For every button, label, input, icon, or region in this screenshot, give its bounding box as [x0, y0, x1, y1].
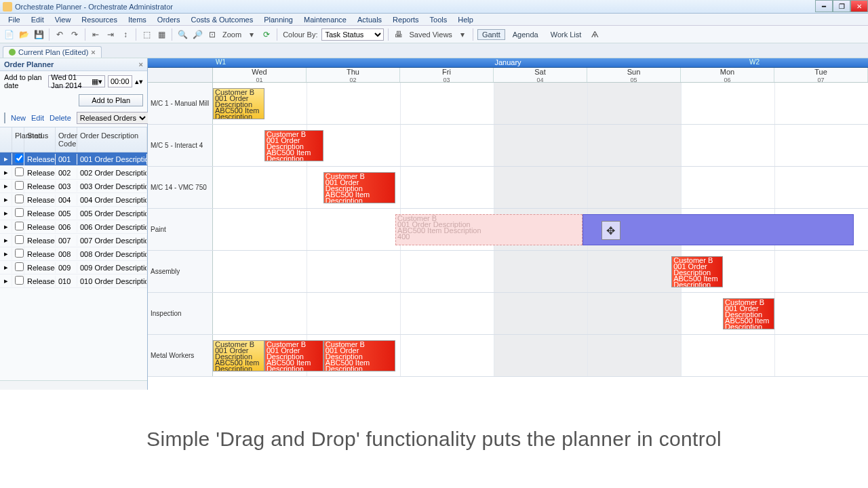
- gantt-task[interactable]: Customer B001 Order DescriptionABC500 It…: [213, 340, 264, 371]
- save-icon[interactable]: 💾: [33, 28, 45, 41]
- view-agenda-button[interactable]: Agenda: [508, 29, 543, 40]
- colourby-label: Colour By:: [281, 30, 319, 39]
- document-tabs: Current Plan (Edited) ×: [0, 43, 868, 58]
- add-to-plan-label: Add to plan date: [4, 73, 43, 89]
- order-row[interactable]: ▸Released005005 Order Description: [0, 207, 147, 220]
- menu-orders[interactable]: Orders: [153, 15, 184, 24]
- menu-file[interactable]: File: [4, 15, 24, 24]
- gantt-task[interactable]: Customer B001 Order DescriptionABC500 It…: [323, 340, 395, 371]
- minimize-button[interactable]: ━: [815, 0, 833, 12]
- menu-maintenance[interactable]: Maintenance: [300, 15, 351, 24]
- resource-label: M/C 5 - Interact 4: [148, 125, 213, 166]
- panel-close-icon[interactable]: ×: [139, 60, 143, 68]
- horizontal-scrollbar[interactable]: [0, 380, 147, 390]
- menu-reports[interactable]: Reports: [389, 15, 423, 24]
- zoom-fit-icon[interactable]: ⊡: [206, 28, 218, 41]
- planned-checkbox[interactable]: [15, 195, 24, 203]
- planned-checkbox[interactable]: [15, 154, 24, 163]
- new-link[interactable]: New: [11, 114, 26, 122]
- menu-planning[interactable]: Planning: [260, 15, 297, 24]
- gantt-resource-row: InspectionCustomer B001 Order Descriptio…: [148, 293, 868, 335]
- planned-checkbox[interactable]: [15, 276, 24, 285]
- gantt-task[interactable]: Customer B001 Order DescriptionABC500 It…: [213, 88, 264, 119]
- order-row[interactable]: ▸Released006006 Order Description: [0, 220, 147, 234]
- maximize-button[interactable]: ❐: [833, 0, 850, 12]
- grid-settings-icon[interactable]: [4, 113, 5, 123]
- planned-checkbox[interactable]: [15, 249, 24, 258]
- planned-checkbox[interactable]: [15, 222, 24, 230]
- order-row[interactable]: ▸Released002002 Order Description: [0, 166, 147, 180]
- zoom-in-icon[interactable]: 🔍: [176, 28, 189, 41]
- menu-tools[interactable]: Tools: [426, 15, 452, 24]
- indent-right-icon[interactable]: ⇥: [104, 28, 117, 41]
- order-filter-select[interactable]: Released Orders: [77, 112, 149, 124]
- indent-left-icon[interactable]: ⇤: [90, 28, 102, 41]
- planned-checkbox[interactable]: [15, 167, 24, 176]
- order-row[interactable]: ▸Released004004 Order Description: [0, 193, 147, 207]
- orders-grid[interactable]: ▸Released001001 Order Description▸Releas…: [0, 152, 147, 380]
- move-up-icon[interactable]: ↕: [119, 28, 132, 41]
- window-titlebar: Orchestrate Planner - Orchestrate Admini…: [0, 0, 868, 14]
- menu-actuals[interactable]: Actuals: [353, 15, 386, 24]
- menu-resources[interactable]: Resources: [77, 15, 121, 24]
- planned-checkbox[interactable]: [15, 181, 24, 190]
- view-gantt-button[interactable]: Gantt: [477, 29, 505, 40]
- refresh-icon[interactable]: ⟳: [260, 28, 273, 41]
- undo-icon[interactable]: ↶: [54, 28, 66, 41]
- zoom-out-icon[interactable]: 🔎: [191, 28, 203, 41]
- savedviews-dropdown-icon[interactable]: ▾: [456, 28, 469, 41]
- print-icon[interactable]: 🖶: [393, 28, 405, 41]
- order-row[interactable]: ▸Released003003 Order Description: [0, 180, 147, 193]
- select-icon[interactable]: ⬚: [140, 28, 153, 41]
- view-worklist-button[interactable]: Work List: [546, 29, 587, 40]
- resource-label: Inspection: [148, 293, 213, 334]
- tab-close-icon[interactable]: ×: [91, 48, 95, 56]
- edit-link[interactable]: Edit: [31, 114, 44, 122]
- redo-icon[interactable]: ↷: [68, 28, 81, 41]
- order-row[interactable]: ▸Released007007 Order Description: [0, 234, 147, 247]
- order-row[interactable]: ▸Released010010 Order Description: [0, 274, 147, 288]
- window-title: Orchestrate Planner - Orchestrate Admini…: [15, 3, 173, 11]
- gantt-task[interactable]: Customer B001 Order DescriptionABC500 It…: [323, 172, 395, 203]
- gantt-task[interactable]: Customer B001 Order DescriptionABC500 It…: [264, 340, 323, 371]
- savedviews-label[interactable]: Saved Views: [408, 30, 453, 39]
- planned-checkbox[interactable]: [15, 208, 24, 217]
- colourby-select[interactable]: Task Status: [321, 28, 384, 41]
- zoom-label: Zoom: [221, 30, 243, 39]
- menu-items[interactable]: Items: [124, 15, 151, 24]
- menu-edit[interactable]: Edit: [27, 15, 48, 24]
- menu-costs[interactable]: Costs & Outcomes: [186, 15, 257, 24]
- menu-help[interactable]: Help: [454, 15, 477, 24]
- planned-checkbox[interactable]: [15, 262, 24, 271]
- menu-bar: File Edit View Resources Items Orders Co…: [0, 14, 868, 26]
- menu-view[interactable]: View: [51, 15, 75, 24]
- status-dot-icon: [9, 49, 16, 56]
- time-stepper-icon[interactable]: ▴▾: [135, 77, 143, 86]
- plan-date-picker[interactable]: Wed 01 Jan 2014▦▾: [48, 75, 105, 87]
- plan-time-input[interactable]: [108, 75, 132, 87]
- open-icon[interactable]: 📂: [18, 28, 30, 41]
- month-label: January: [494, 58, 521, 66]
- zoom-dropdown-icon[interactable]: ▾: [245, 28, 258, 41]
- order-row[interactable]: ▸Released008008 Order Description: [0, 247, 147, 261]
- gantt-task[interactable]: Customer B001 Order DescriptionABC500 It…: [671, 256, 723, 287]
- new-icon[interactable]: 📄: [3, 28, 15, 41]
- gantt-chart[interactable]: W1 January W2 Wed01 Thu02 Fri03 Sat04 Su…: [148, 58, 868, 390]
- order-planner-panel: Order Planner × Add to plan date Wed 01 …: [0, 58, 148, 390]
- gantt-task[interactable]: Customer B001 Order DescriptionABC500 It…: [395, 214, 583, 245]
- planned-checkbox[interactable]: [15, 235, 24, 244]
- close-button[interactable]: ✕: [850, 0, 868, 12]
- spellcheck-icon[interactable]: Ѧ: [589, 28, 601, 41]
- gantt-task[interactable]: [583, 214, 854, 245]
- order-row[interactable]: ▸Released009009 Order Description: [0, 261, 147, 274]
- tab-label: Current Plan (Edited): [18, 48, 88, 56]
- order-row[interactable]: ▸Released001001 Order Description: [0, 152, 147, 166]
- gantt-task[interactable]: Customer B001 Order DescriptionABC500 It…: [264, 130, 323, 161]
- gantt-task[interactable]: Customer B001 Order DescriptionABC500 It…: [723, 298, 774, 329]
- delete-link[interactable]: Delete: [50, 114, 71, 122]
- tab-current-plan[interactable]: Current Plan (Edited) ×: [3, 46, 102, 58]
- gantt-month-header: W1 January W2: [148, 58, 868, 68]
- marquee-icon[interactable]: ▦: [155, 28, 167, 41]
- gantt-resource-row: M/C 5 - Interact 4Customer B001 Order De…: [148, 125, 868, 167]
- add-to-plan-button[interactable]: Add to Plan: [79, 94, 143, 106]
